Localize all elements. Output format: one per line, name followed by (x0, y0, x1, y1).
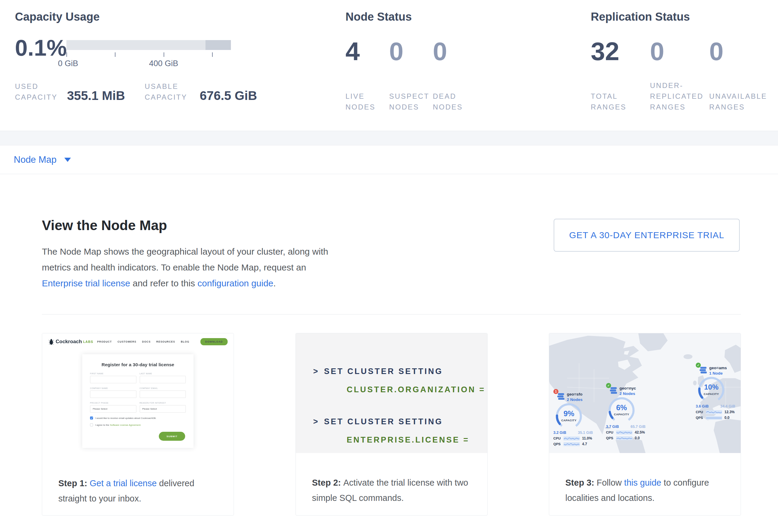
map-location-ams: ✓ geo=ams 1 Node (696, 363, 741, 420)
field-label: COMPANY NAME (90, 387, 136, 389)
axis-tick (164, 52, 164, 57)
locality-name: geo=nyc (619, 386, 636, 390)
live-nodes-value: 4 (345, 37, 360, 65)
capacity-gauge: 10% CAPACITY (697, 376, 726, 404)
get-trial-license-link[interactable]: Get a trial license (90, 478, 157, 488)
cpu-label: CPU (553, 437, 563, 440)
qps-value: 0.0 (724, 415, 729, 420)
checkbox-empty-icon (90, 424, 93, 427)
sql-setting: CLUSTER.ORGANIZATION = (347, 385, 481, 394)
live-nodes-label: LIVE NODES (345, 91, 389, 112)
cluster-overview-page: Capacity Usage 0.1% 0 GiB 400 Gi (0, 0, 778, 532)
total-capacity: 65.7 GiB (631, 425, 645, 429)
license-agreement-checkbox-row: I agree to the Software License Agreemen… (90, 424, 186, 427)
enterprise-trial-license-link[interactable]: Enterprise trial license (42, 278, 130, 288)
cpu-sparkline (706, 410, 722, 414)
enterprise-trial-button[interactable]: GET A 30-DAY ENTERPRISE TRIAL (554, 219, 740, 252)
chevron-down-icon (64, 158, 71, 162)
axis-tick (115, 52, 115, 57)
database-stack-icon (610, 387, 617, 394)
field-label: COMPANY EMAIL (140, 387, 186, 389)
section-divider (42, 314, 741, 314)
used-capacity-stat: USED CAPACITY 355.1 MiB (15, 81, 125, 103)
field-label: PROJECT PHASE (90, 402, 136, 404)
locality-name: geo=sfo (567, 392, 583, 396)
node-map-promo-section: View the Node Map The Node Map shows the… (0, 174, 778, 532)
dead-nodes-metric: 0 DEAD NODES (433, 37, 476, 112)
total-ranges-label: TOTAL RANGES (591, 91, 650, 112)
map-location-sfo: 1 geo=sfo 2 Nodes (553, 389, 599, 446)
capacity-caption: CAPACITY (697, 392, 726, 395)
locality-node-count: 2 Nodes (567, 397, 583, 402)
sql-prompt: > (313, 367, 319, 376)
usable-capacity-stat: USABLE CAPACITY 676.5 GiB (145, 81, 257, 103)
cluster-summary-panel: Capacity Usage 0.1% 0 GiB 400 Gi (0, 0, 778, 131)
node-map-description: The Node Map shows the geographical layo… (42, 243, 344, 291)
suspect-nodes-value: 0 (389, 37, 403, 65)
qps-sparkline (706, 416, 722, 420)
capacity-axis-labels: 0 GiB 400 GiB (66, 59, 231, 69)
database-stack-icon (557, 393, 565, 400)
used-capacity: 3.6 GiB (696, 404, 709, 408)
last-name-field (140, 376, 186, 383)
suspect-nodes-metric: 0 SUSPECT NODES (389, 37, 433, 112)
dead-nodes-label: DEAD NODES (433, 91, 476, 112)
axis-tick (66, 52, 67, 57)
unavailable-ranges-metric: 0 UNAVAILABLE RANGES (709, 37, 768, 112)
database-stack-icon (699, 367, 707, 374)
under-replicated-label: UNDER-REPLICATED RANGES (650, 80, 709, 112)
capacity-percent: 0.1% (15, 35, 62, 69)
used-capacity-value: 355.1 MiB (67, 89, 125, 102)
form-title: Register for a 30-day trial license (90, 362, 186, 367)
description-text: The Node Map shows the geographical layo… (42, 246, 328, 272)
cpu-label: CPU (696, 410, 706, 414)
field-label: FIRST NAME (90, 373, 136, 375)
error-count-badge: 1 (553, 389, 558, 394)
brand-suffix: LABS (83, 340, 93, 344)
unavailable-ranges-label: UNAVAILABLE RANGES (709, 91, 768, 112)
description-text: . (274, 278, 276, 288)
capacity-percent: 10% (697, 383, 726, 391)
step1-card: Cockroach LABS PRODUCT CUSTOMERS DOCS RE… (42, 333, 234, 516)
roach-icon (49, 339, 54, 345)
check-icon: ✓ (696, 363, 701, 368)
step2-bold: Step 2: (312, 478, 343, 487)
suspect-nodes-label: SUSPECT NODES (389, 91, 433, 112)
capacity-percent: 9% (555, 409, 583, 418)
qps-value: 0.0 (635, 436, 640, 440)
replication-status-title: Replication Status (591, 10, 776, 24)
nav-item: DOCS (142, 340, 151, 343)
axis-label-0: 0 GiB (58, 59, 78, 68)
cpu-value: 11.0% (582, 436, 592, 441)
step3-bold: Step 3: (565, 478, 597, 487)
capacity-bar-used-segment (206, 40, 231, 50)
node-status-section: Node Status 4 LIVE NODES 0 SUSPECT NODES… (345, 10, 585, 112)
replication-status-section: Replication Status 32 TOTAL RANGES 0 UND… (591, 10, 776, 112)
project-phase-select: Please Select (90, 405, 136, 412)
capacity-gauge: 9% CAPACITY (555, 402, 583, 431)
used-capacity: 3.7 GiB (606, 425, 619, 429)
capacity-usage-section: Capacity Usage 0.1% 0 GiB 400 Gi (15, 10, 341, 103)
mini-site-nav: PRODUCT CUSTOMERS DOCS RESOURCES BLOG DO… (97, 338, 228, 345)
brand-name: Cockroach (56, 339, 82, 345)
step1-caption: Step 1: Get a trial license delivered st… (42, 476, 234, 506)
node-map-dropdown[interactable]: Node Map (0, 145, 778, 174)
configuration-guide-link[interactable]: configuration guide (198, 278, 274, 288)
step3-caption: Step 3: Follow this guide to configure l… (549, 475, 741, 506)
this-guide-link[interactable]: this guide (624, 478, 662, 487)
cpu-label: CPU (606, 431, 616, 434)
step3-card: 1 geo=sfo 2 Nodes (549, 333, 741, 516)
nav-item: CUSTOMERS (118, 340, 136, 343)
capacity-axis-ticks (66, 52, 231, 59)
description-text: and refer to this (130, 278, 198, 288)
axis-label-400: 400 GiB (149, 59, 178, 68)
reason-select: Please Select (140, 405, 186, 412)
first-name-field (90, 376, 136, 383)
node-map-dropdown-label[interactable]: Node Map (14, 154, 57, 165)
submit-pill: SUBMIT (159, 432, 185, 441)
checkbox-label: I would like to receive email updates ab… (95, 417, 156, 420)
sql-command: SET CLUSTER SETTING (324, 367, 443, 376)
page-title: View the Node Map (42, 217, 167, 233)
company-email-field (140, 390, 186, 398)
under-replicated-value: 0 (650, 37, 664, 65)
